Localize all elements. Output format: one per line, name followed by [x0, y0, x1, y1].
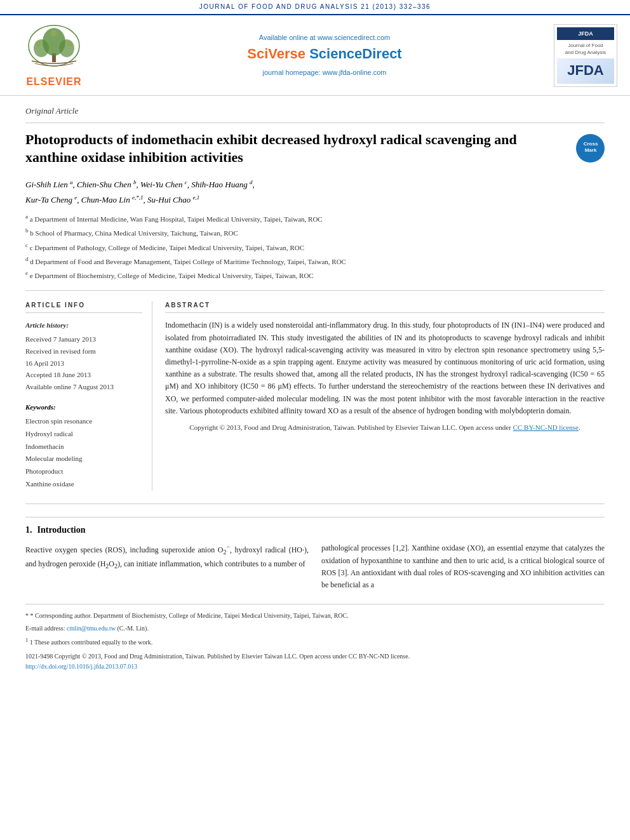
issn-line: 1021-9498 Copyright © 2013, Food and Dru… [25, 651, 605, 672]
affiliation-c: c c Department of Pathology, College of … [25, 241, 605, 253]
journal-homepage: journal homepage: www.jfda-online.com [262, 68, 386, 77]
article-info-col: ARTICLE INFO Article history: Received 7… [25, 301, 152, 490]
abstract-heading: ABSTRACT [165, 301, 605, 313]
cc-license-link[interactable]: CC BY-NC-ND license [513, 423, 579, 431]
available-online-text: Available online at www.sciencedirect.co… [259, 33, 390, 43]
email-attribution: (C.-M. Lin). [117, 625, 148, 632]
received-date: Received 7 January 2013 [25, 333, 142, 345]
crossmark-badge[interactable]: Cross Mark [576, 134, 605, 163]
abstract-text: Indomethacin (IN) is a widely used nonst… [165, 319, 605, 433]
article-info-abstract-section: ARTICLE INFO Article history: Received 7… [25, 301, 605, 503]
sciencedirect-center: Available online at www.sciencedirect.co… [102, 33, 547, 77]
jfda-header-bar: JFDA [557, 27, 614, 41]
section-number: 1. [25, 524, 32, 537]
page-footer: * * Corresponding author. Department of … [25, 604, 605, 672]
keyword-4: Molecular modeling [25, 453, 142, 465]
revised-date: 16 April 2013 [25, 357, 142, 370]
intro-col-right: pathological processes [1,2]. Xanthine o… [321, 542, 605, 591]
intro-text-right: pathological processes [1,2]. Xanthine o… [321, 542, 605, 591]
affiliations: a a Department of Internal Medicine, Wan… [25, 212, 605, 291]
keyword-3: Indomethacin [25, 441, 142, 453]
intro-text-left: Reactive oxygen species (ROS), including… [25, 542, 309, 571]
available-date: Available online 7 August 2013 [25, 381, 142, 393]
journal-homepage-url[interactable]: www.jfda-online.com [323, 69, 387, 76]
keyword-2: Hydroxyl radical [25, 428, 142, 441]
affiliation-a: a a Department of Internal Medicine, Wan… [25, 212, 605, 225]
intro-col-left: Reactive oxygen species (ROS), including… [25, 542, 309, 591]
affiliation-e: e e Department of Biochemistry, College … [25, 269, 605, 281]
keyword-5: Photoproduct [25, 465, 142, 478]
corresponding-author-note: * * Corresponding author. Department of … [25, 611, 605, 621]
elsevier-tree-icon [19, 22, 89, 72]
copyright-line: Copyright © 2013, Food and Drug Administ… [165, 422, 605, 434]
email-label: E-mail address: [25, 625, 65, 632]
elsevier-text: ELSEVIER [26, 75, 81, 89]
affiliation-d: d d Department of Food and Beverage Mana… [25, 255, 605, 267]
abstract-col: ABSTRACT Indomethacin (IN) is a widely u… [165, 301, 605, 490]
title-area: Photoproducts of indomethacin exhibit de… [25, 131, 605, 167]
footnote1: 1 1 These authors contributed equally to… [25, 636, 605, 648]
svg-text:Mark: Mark [584, 147, 596, 153]
main-content: Original Article Photoproducts of indome… [0, 96, 630, 684]
keyword-1: Electron spin resonance [25, 415, 142, 428]
jfda-image-placeholder: JFDA [557, 58, 614, 84]
svg-point-7 [51, 30, 57, 36]
article-history: Article history: Received 7 January 2013… [25, 319, 142, 392]
revised-label: Received in revised form [25, 345, 142, 357]
star-icon: * [25, 612, 30, 619]
journal-bar-text: JOURNAL OF FOOD AND DRUG ANALYSIS 21 (20… [199, 3, 431, 10]
svg-text:Cross: Cross [583, 141, 598, 147]
abstract-paragraph: Indomethacin (IN) is a widely used nonst… [165, 319, 605, 417]
intro-two-col: Reactive oxygen species (ROS), including… [25, 542, 605, 591]
crossmark-icon[interactable]: Cross Mark [576, 134, 605, 163]
article-info-heading: ARTICLE INFO [25, 301, 142, 313]
keyword-6: Xanthine oxidase [25, 478, 142, 491]
jfda-logo: JFDA Journal of Foodand Drug Analysis JF… [554, 24, 617, 87]
email-note: E-mail address: cmlin@tmu.edu.tw (C.-M. … [25, 623, 605, 634]
page-header: ELSEVIER Available online at www.science… [0, 15, 630, 96]
accepted-date: Accepted 18 June 2013 [25, 369, 142, 381]
section-title-bar: 1. Introduction [25, 517, 605, 537]
keywords-section: Keywords: Electron spin resonance Hydrox… [25, 403, 142, 491]
keywords-list: Electron spin resonance Hydroxyl radical… [25, 415, 142, 491]
article-title: Photoproducts of indomethacin exhibit de… [25, 131, 566, 167]
jfda-big-letters: JFDA [567, 61, 603, 81]
sciverse-text: SciVerse [247, 46, 309, 62]
sciverse-logo: SciVerse ScienceDirect [247, 44, 401, 64]
svg-point-5 [36, 41, 41, 46]
sciencedirect-text: ScienceDirect [309, 46, 402, 62]
journal-top-bar: JOURNAL OF FOOD AND DRUG ANALYSIS 21 (20… [0, 0, 630, 15]
svg-point-6 [67, 41, 72, 46]
jfda-description: Journal of Foodand Drug Analysis [564, 40, 607, 58]
svg-point-4 [59, 39, 74, 57]
svg-point-3 [34, 39, 49, 57]
section-title: Introduction [37, 524, 86, 537]
keywords-label: Keywords: [25, 403, 142, 412]
authors-line: Gi-Shih Lien a, Chien-Shu Chen b, Wei-Yu… [25, 177, 605, 207]
doi-link[interactable]: http://dx.doi.org/10.1016/j.jfda.2013.07… [25, 663, 137, 670]
corresponding-email[interactable]: cmlin@tmu.edu.tw [67, 625, 116, 632]
elsevier-logo: ELSEVIER [13, 22, 95, 89]
article-type: Original Article [25, 105, 605, 123]
history-label: Article history: [25, 319, 142, 331]
available-online-url[interactable]: www.sciencedirect.com [318, 34, 390, 41]
affiliation-b: b b School of Pharmacy, China Medical Un… [25, 226, 605, 239]
introduction-section: 1. Introduction Reactive oxygen species … [25, 517, 605, 591]
